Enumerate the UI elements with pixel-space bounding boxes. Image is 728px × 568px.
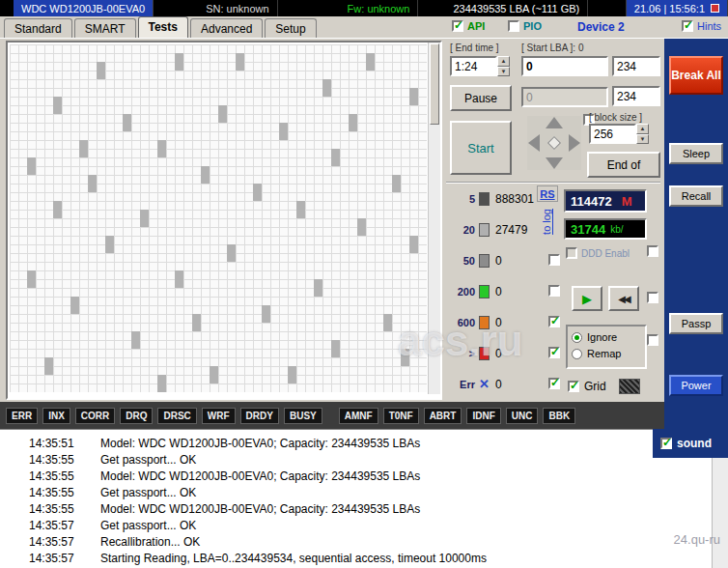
pad-down-icon[interactable] xyxy=(546,157,563,169)
log-time: 14:35:55 xyxy=(29,453,79,467)
pad-left-icon[interactable] xyxy=(528,134,540,152)
scan-block xyxy=(210,366,218,383)
log-time: 14:35:55 xyxy=(29,502,79,516)
sleep-button[interactable]: Sleep xyxy=(669,143,723,164)
tab-advanced[interactable]: Advanced xyxy=(190,18,263,38)
hints-toggle[interactable]: Hints xyxy=(682,20,721,32)
counter-row: 5888301 xyxy=(450,191,572,207)
sound-checkbox[interactable] xyxy=(660,438,672,449)
led-busy: BUSY xyxy=(284,408,322,424)
end-time-label: [ End time ] xyxy=(450,43,499,53)
scan-panel xyxy=(6,41,442,400)
counter-log-checkbox[interactable] xyxy=(548,285,560,297)
end-lba-input-top[interactable]: 234 xyxy=(612,56,660,76)
end-of-test-button[interactable]: End of xyxy=(587,152,660,178)
remap-label: Remap xyxy=(587,348,621,359)
grid-checkbox[interactable] xyxy=(568,381,579,392)
separator xyxy=(446,182,660,184)
counter-label: 600 xyxy=(450,317,475,328)
grid-pattern-swatch[interactable] xyxy=(619,379,640,394)
scan-scrollbar[interactable] xyxy=(428,43,440,394)
sound-toggle[interactable]: sound xyxy=(653,429,728,458)
block-size-input[interactable]: 256 xyxy=(589,124,636,144)
api-checkbox[interactable] xyxy=(452,20,463,32)
spin-down-icon[interactable]: ▼ xyxy=(636,134,649,145)
progress-mb-value: 114472 xyxy=(571,194,612,209)
pio-checkbox[interactable] xyxy=(508,20,519,32)
power-button[interactable]: Power xyxy=(669,375,723,396)
direction-pad[interactable] xyxy=(527,116,581,170)
scan-scrollbar-thumb[interactable] xyxy=(430,43,439,125)
log-text: Get passport... OK xyxy=(100,486,196,499)
speed-value: 31744 xyxy=(571,222,605,237)
counter-log-checkbox[interactable] xyxy=(548,316,560,327)
log-line: 14:35:51Model: WDC WD1200JB-00EVA0; Capa… xyxy=(0,435,709,451)
counter-value: 0 xyxy=(495,316,502,329)
counter-color-swatch xyxy=(479,316,490,329)
title-bar: WDC WD1200JB-00EVA0 SN: unknown Fw: unkn… xyxy=(0,0,728,16)
break-all-button[interactable]: Break All xyxy=(669,56,723,95)
speed-unit: kb/ xyxy=(610,224,623,235)
scan-block xyxy=(331,340,340,357)
spin-down-icon[interactable]: ▼ xyxy=(497,67,510,77)
pad-right-icon[interactable] xyxy=(569,134,580,152)
recall-button[interactable]: Recall xyxy=(669,185,723,207)
tab-standard[interactable]: Standard xyxy=(4,18,72,38)
progress-mb-display: 114472 M xyxy=(564,189,647,213)
start-button[interactable]: Start xyxy=(450,121,512,175)
rewind-icon: ◀◀ xyxy=(618,294,629,304)
log-text: Starting Reading, LBA=0..234439534, sequ… xyxy=(100,552,487,565)
start-lba-input[interactable]: 0 xyxy=(521,56,608,76)
passport-button[interactable]: Passp xyxy=(669,313,723,334)
ignore-option[interactable]: Ignore xyxy=(572,331,641,343)
counter-value: 888301 xyxy=(495,192,534,206)
pad-up-icon[interactable] xyxy=(546,117,563,128)
led-inx: INX xyxy=(42,408,70,424)
block-size-spinner[interactable]: ▲▼ xyxy=(636,124,649,144)
counter-value: 0 xyxy=(495,378,502,391)
grid-toggle[interactable]: Grid xyxy=(568,379,640,394)
tab-setup[interactable]: Setup xyxy=(265,18,316,38)
pio-toggle[interactable]: PIO xyxy=(508,20,542,32)
remap-option[interactable]: Remap xyxy=(572,348,641,359)
ignore-radio[interactable] xyxy=(572,332,582,343)
clock-text: 21.06 | 15:56:1 xyxy=(634,3,705,14)
counter-log-checkbox[interactable] xyxy=(548,254,560,266)
end-time-spinner[interactable]: ▲▼ xyxy=(497,56,510,76)
drive-firmware: Fw: unknown xyxy=(340,0,419,16)
scan-block xyxy=(357,218,366,236)
scan-block xyxy=(53,97,62,114)
play-button[interactable]: ▶ xyxy=(572,286,602,311)
hints-checkbox[interactable] xyxy=(682,20,693,32)
api-toggle[interactable]: API xyxy=(452,20,485,32)
spin-up-icon[interactable]: ▲ xyxy=(636,124,649,134)
scan-block xyxy=(314,279,322,297)
scan-block xyxy=(140,210,149,227)
counter-row: Err✕0 xyxy=(450,377,572,392)
pause-button[interactable]: Pause xyxy=(450,85,512,111)
led-drsc: DRSC xyxy=(157,408,196,424)
end-lba-input-bottom[interactable]: 234 xyxy=(612,86,660,106)
remap-radio[interactable] xyxy=(572,349,582,359)
counter-log-checkbox[interactable] xyxy=(548,378,560,389)
tab-smart[interactable]: SMART xyxy=(74,18,136,38)
scan-block xyxy=(218,105,227,123)
scan-block xyxy=(175,53,183,71)
scan-block xyxy=(27,157,36,175)
log-option-checkbox-1[interactable] xyxy=(647,245,658,257)
log-option-checkbox-2[interactable] xyxy=(647,292,658,303)
paused-lba-input: 0 xyxy=(521,87,608,107)
counter-row: >0 xyxy=(450,346,572,361)
counter-log-checkbox[interactable] xyxy=(548,347,560,358)
device-indicator: Device 2 xyxy=(577,20,625,34)
rewind-button[interactable]: ◀◀ xyxy=(608,286,639,311)
scan-block xyxy=(401,349,409,366)
scan-block xyxy=(175,270,183,288)
log-text: Model: WDC WD1200JB-00EVA0; Capacity: 23… xyxy=(100,469,420,483)
end-time-input[interactable]: 1:24 xyxy=(450,56,497,76)
tab-tests[interactable]: Tests xyxy=(138,16,188,38)
counter-label: 200 xyxy=(450,286,475,298)
log-option-checkbox-3[interactable] xyxy=(647,334,658,346)
spin-up-icon[interactable]: ▲ xyxy=(497,56,510,67)
log-line: 14:35:55Model: WDC WD1200JB-00EVA0; Capa… xyxy=(0,500,709,517)
